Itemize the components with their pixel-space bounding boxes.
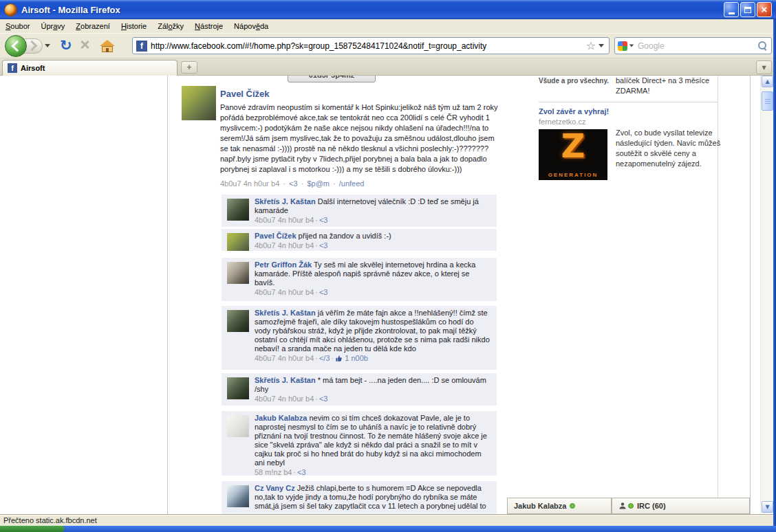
- url-text[interactable]: http://www.facebook.com/#!/home.php?sk=g…: [151, 41, 583, 51]
- back-button[interactable]: [5, 35, 27, 57]
- minimize-button[interactable]: [724, 2, 739, 17]
- back-arrow-icon: [12, 40, 23, 52]
- like-link[interactable]: <3: [297, 468, 306, 476]
- url-bar[interactable]: f http://www.facebook.com/#!/home.php?sk…: [132, 37, 610, 54]
- search-icon[interactable]: [758, 41, 767, 50]
- restore-button[interactable]: [740, 2, 755, 17]
- online-status-icon: [628, 503, 634, 509]
- commenter-avatar[interactable]: [227, 199, 249, 221]
- unfeed-link[interactable]: /unfeed: [339, 179, 365, 188]
- ad-image-caption: GENERATION: [539, 172, 607, 178]
- commenter-name-link[interactable]: Petr Griffon Žák: [255, 261, 312, 269]
- like-link[interactable]: <3: [319, 241, 328, 250]
- tab-title: Airsoft: [21, 64, 45, 72]
- menu-upravy[interactable]: Úpravy: [35, 22, 70, 30]
- tab-list-dropdown[interactable]: ▼: [756, 60, 772, 74]
- vertical-scrollbar[interactable]: ▲ ▼: [760, 76, 773, 513]
- commenter-avatar[interactable]: [227, 485, 249, 507]
- meta-separator: ·: [315, 395, 318, 403]
- commenter-name-link[interactable]: Cz Vany Cz: [255, 484, 295, 492]
- meta-separator: ·: [283, 179, 285, 188]
- ad-title-link[interactable]: Zvol závěr a vyhraj!: [539, 107, 609, 115]
- commenter-name-link[interactable]: Pavel Čížek: [255, 232, 297, 240]
- commenter-name-link[interactable]: Skřetís J. Kaštan: [255, 309, 316, 317]
- stop-button[interactable]: ×: [80, 36, 90, 53]
- like-link[interactable]: <3: [319, 395, 328, 403]
- post-meta: 4b0u7 4n h0ur b4 · <3 · $p@m · /unfeed: [220, 179, 504, 188]
- page-right-divider: [750, 76, 751, 514]
- post-timestamp: 4b0u7 4n h0ur b4: [220, 179, 279, 188]
- meta-separator: ·: [301, 179, 304, 188]
- like-link[interactable]: <3: [289, 179, 298, 188]
- chat-tab-jakub[interactable]: Jakub Kalabza: [507, 498, 612, 514]
- menu-napoveda[interactable]: Nápověda: [228, 22, 274, 30]
- new-tab-button[interactable]: +: [181, 61, 197, 74]
- thumb-up-icon: [335, 355, 343, 362]
- menu-bar: Soubor Úpravy Zobrazení Historie Záložky…: [0, 19, 776, 33]
- menu-soubor[interactable]: Soubor: [0, 22, 35, 30]
- tab-bar: f Airsoft + ▼: [0, 58, 776, 76]
- commenter-avatar[interactable]: [227, 233, 249, 251]
- comment-timestamp: 4b0u7 4n h0ur b4: [255, 395, 314, 403]
- older-posts-button[interactable]: 01d3r 5p4mz: [288, 76, 376, 82]
- post: Pavel Čížek Panové zdravím neopustím si …: [220, 87, 504, 188]
- home-icon: [100, 40, 115, 46]
- like-link[interactable]: <3: [319, 216, 328, 224]
- menu-nastroje[interactable]: Nástroje: [189, 22, 228, 30]
- firefox-icon: [4, 3, 17, 16]
- ad-separator: [539, 102, 718, 102]
- search-box[interactable]: [614, 37, 772, 54]
- commenter-avatar[interactable]: [227, 310, 249, 332]
- start-button[interactable]: [0, 526, 65, 532]
- windows-taskbar[interactable]: [0, 526, 776, 532]
- meta-separator: ·: [315, 288, 318, 296]
- comment-4: Skřetís J. Kaštan já věřím že máte fajn …: [222, 306, 497, 370]
- unlike-link[interactable]: </3: [319, 354, 330, 362]
- bookmark-dropdown-caret[interactable]: [599, 44, 604, 47]
- comment-timestamp: 4b0u7 4n h0ur b4: [255, 216, 314, 224]
- meta-separator: ·: [315, 216, 318, 224]
- facebook-favicon: f: [136, 41, 147, 52]
- menu-zalozky[interactable]: Záložky: [152, 22, 189, 30]
- commenter-avatar[interactable]: [227, 415, 249, 437]
- commenter-name-link[interactable]: Skřetís J. Kaštan: [255, 197, 316, 206]
- search-engine-caret[interactable]: [629, 45, 634, 47]
- chat-tab-irc[interactable]: IRC (60): [612, 498, 750, 514]
- scroll-up-button[interactable]: ▲: [762, 76, 773, 87]
- chat-contact-name: Jakub Kalabza: [514, 502, 566, 510]
- comment-1: Skřetís J. Kaštan Další internetovej vál…: [222, 195, 497, 227]
- comment-5: Skřetís J. Kaštan * má tam bejt - ....na…: [222, 373, 497, 406]
- like-count-link[interactable]: 1 n00b: [345, 354, 368, 362]
- ad-image[interactable]: Z GENERATION: [539, 129, 607, 180]
- commenter-avatar[interactable]: [227, 377, 249, 399]
- home-button[interactable]: [100, 40, 115, 52]
- commenter-avatar[interactable]: [227, 262, 249, 284]
- bookmark-star-icon[interactable]: ☆: [586, 41, 596, 52]
- comment-7: Cz Vany Cz Ježiš chlapi,berte to s humor…: [222, 481, 497, 514]
- menu-historie[interactable]: Historie: [116, 22, 152, 30]
- commenter-name-link[interactable]: Skřetís J. Kaštan: [255, 376, 316, 384]
- scroll-down-button[interactable]: ▼: [762, 501, 773, 513]
- history-dropdown-caret[interactable]: [45, 44, 50, 47]
- meta-separator: ·: [315, 354, 318, 362]
- ad-body-text: Zvol, co bude vysílat televize následují…: [616, 128, 724, 169]
- refresh-button[interactable]: ↻: [60, 38, 72, 53]
- spam-link[interactable]: $p@m: [307, 179, 330, 188]
- comment-timestamp: 4b0u7 4n h0ur b4: [255, 288, 314, 296]
- comment-3: Petr Griffon Žák Ty seš mi ale skvělej i…: [222, 258, 497, 301]
- person-icon: [618, 502, 627, 510]
- post-author-avatar[interactable]: [182, 86, 216, 120]
- commenter-name-link[interactable]: Jakub Kalabza: [255, 414, 307, 422]
- close-button[interactable]: ×: [757, 2, 772, 17]
- tab-airsoft[interactable]: f Airsoft: [2, 60, 177, 76]
- status-bar: Přečteno static.ak.fbcdn.net: [0, 514, 776, 526]
- comment-text: přijed na žandov a uvidíš :-): [299, 232, 391, 240]
- menu-zobrazeni[interactable]: Zobrazení: [70, 22, 116, 30]
- scrollbar-thumb[interactable]: [762, 91, 773, 111]
- search-input[interactable]: [636, 41, 758, 52]
- ad-text: balíček Direct+ na 3 měsíce ZDARMA!: [616, 76, 720, 96]
- post-author-link[interactable]: Pavel Čížek: [220, 89, 270, 99]
- online-status-icon: [570, 503, 575, 509]
- meta-separator: ·: [293, 468, 296, 476]
- like-link[interactable]: <3: [319, 288, 328, 296]
